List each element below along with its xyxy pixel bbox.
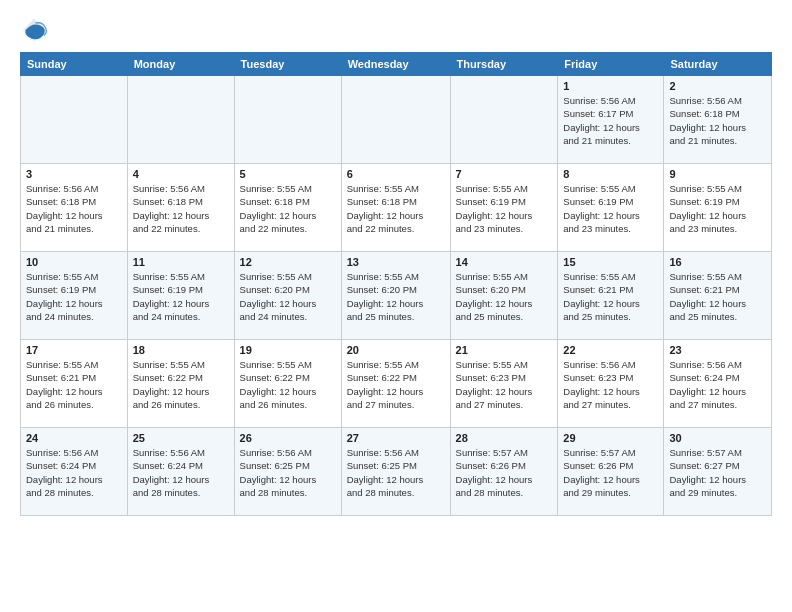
day-number: 14 [456,256,553,268]
day-number: 26 [240,432,336,444]
day-cell [450,76,558,164]
weekday-header-tuesday: Tuesday [234,53,341,76]
day-number: 10 [26,256,122,268]
day-number: 28 [456,432,553,444]
day-cell: 5Sunrise: 5:55 AM Sunset: 6:18 PM Daylig… [234,164,341,252]
day-info: Sunrise: 5:56 AM Sunset: 6:24 PM Dayligh… [133,446,229,499]
day-number: 5 [240,168,336,180]
day-cell: 9Sunrise: 5:55 AM Sunset: 6:19 PM Daylig… [664,164,772,252]
day-cell: 25Sunrise: 5:56 AM Sunset: 6:24 PM Dayli… [127,428,234,516]
day-cell: 17Sunrise: 5:55 AM Sunset: 6:21 PM Dayli… [21,340,128,428]
weekday-header-row: SundayMondayTuesdayWednesdayThursdayFrid… [21,53,772,76]
day-info: Sunrise: 5:55 AM Sunset: 6:20 PM Dayligh… [240,270,336,323]
day-cell: 14Sunrise: 5:55 AM Sunset: 6:20 PM Dayli… [450,252,558,340]
weekday-header-sunday: Sunday [21,53,128,76]
day-number: 3 [26,168,122,180]
day-cell: 21Sunrise: 5:55 AM Sunset: 6:23 PM Dayli… [450,340,558,428]
day-info: Sunrise: 5:55 AM Sunset: 6:19 PM Dayligh… [456,182,553,235]
day-cell: 15Sunrise: 5:55 AM Sunset: 6:21 PM Dayli… [558,252,664,340]
day-info: Sunrise: 5:56 AM Sunset: 6:23 PM Dayligh… [563,358,658,411]
day-info: Sunrise: 5:55 AM Sunset: 6:22 PM Dayligh… [347,358,445,411]
day-number: 11 [133,256,229,268]
day-info: Sunrise: 5:55 AM Sunset: 6:19 PM Dayligh… [669,182,766,235]
day-cell: 7Sunrise: 5:55 AM Sunset: 6:19 PM Daylig… [450,164,558,252]
day-number: 1 [563,80,658,92]
day-cell: 4Sunrise: 5:56 AM Sunset: 6:18 PM Daylig… [127,164,234,252]
weekday-header-friday: Friday [558,53,664,76]
day-cell [234,76,341,164]
day-number: 15 [563,256,658,268]
calendar: SundayMondayTuesdayWednesdayThursdayFrid… [20,52,772,516]
week-row-5: 24Sunrise: 5:56 AM Sunset: 6:24 PM Dayli… [21,428,772,516]
week-row-3: 10Sunrise: 5:55 AM Sunset: 6:19 PM Dayli… [21,252,772,340]
day-info: Sunrise: 5:55 AM Sunset: 6:18 PM Dayligh… [240,182,336,235]
day-number: 4 [133,168,229,180]
day-cell: 1Sunrise: 5:56 AM Sunset: 6:17 PM Daylig… [558,76,664,164]
day-info: Sunrise: 5:55 AM Sunset: 6:19 PM Dayligh… [133,270,229,323]
day-info: Sunrise: 5:57 AM Sunset: 6:26 PM Dayligh… [563,446,658,499]
logo [20,16,52,44]
day-info: Sunrise: 5:55 AM Sunset: 6:20 PM Dayligh… [347,270,445,323]
day-info: Sunrise: 5:57 AM Sunset: 6:27 PM Dayligh… [669,446,766,499]
logo-icon [20,16,48,44]
day-number: 7 [456,168,553,180]
day-number: 21 [456,344,553,356]
day-number: 22 [563,344,658,356]
day-cell: 6Sunrise: 5:55 AM Sunset: 6:18 PM Daylig… [341,164,450,252]
day-info: Sunrise: 5:56 AM Sunset: 6:17 PM Dayligh… [563,94,658,147]
day-info: Sunrise: 5:55 AM Sunset: 6:20 PM Dayligh… [456,270,553,323]
day-info: Sunrise: 5:55 AM Sunset: 6:21 PM Dayligh… [563,270,658,323]
day-info: Sunrise: 5:56 AM Sunset: 6:18 PM Dayligh… [26,182,122,235]
day-number: 23 [669,344,766,356]
page: SundayMondayTuesdayWednesdayThursdayFrid… [0,0,792,612]
weekday-header-monday: Monday [127,53,234,76]
day-cell: 26Sunrise: 5:56 AM Sunset: 6:25 PM Dayli… [234,428,341,516]
day-number: 12 [240,256,336,268]
day-info: Sunrise: 5:56 AM Sunset: 6:24 PM Dayligh… [669,358,766,411]
day-cell: 27Sunrise: 5:56 AM Sunset: 6:25 PM Dayli… [341,428,450,516]
day-cell: 28Sunrise: 5:57 AM Sunset: 6:26 PM Dayli… [450,428,558,516]
day-number: 17 [26,344,122,356]
day-info: Sunrise: 5:56 AM Sunset: 6:25 PM Dayligh… [347,446,445,499]
day-cell: 18Sunrise: 5:55 AM Sunset: 6:22 PM Dayli… [127,340,234,428]
day-number: 29 [563,432,658,444]
day-info: Sunrise: 5:55 AM Sunset: 6:21 PM Dayligh… [669,270,766,323]
day-number: 20 [347,344,445,356]
week-row-4: 17Sunrise: 5:55 AM Sunset: 6:21 PM Dayli… [21,340,772,428]
header [20,16,772,44]
day-cell [21,76,128,164]
weekday-header-saturday: Saturday [664,53,772,76]
day-cell: 30Sunrise: 5:57 AM Sunset: 6:27 PM Dayli… [664,428,772,516]
day-info: Sunrise: 5:55 AM Sunset: 6:18 PM Dayligh… [347,182,445,235]
day-cell: 16Sunrise: 5:55 AM Sunset: 6:21 PM Dayli… [664,252,772,340]
day-info: Sunrise: 5:55 AM Sunset: 6:19 PM Dayligh… [563,182,658,235]
weekday-header-thursday: Thursday [450,53,558,76]
day-info: Sunrise: 5:56 AM Sunset: 6:18 PM Dayligh… [133,182,229,235]
day-cell [127,76,234,164]
day-number: 13 [347,256,445,268]
day-info: Sunrise: 5:57 AM Sunset: 6:26 PM Dayligh… [456,446,553,499]
weekday-header-wednesday: Wednesday [341,53,450,76]
day-number: 18 [133,344,229,356]
week-row-1: 1Sunrise: 5:56 AM Sunset: 6:17 PM Daylig… [21,76,772,164]
day-cell: 3Sunrise: 5:56 AM Sunset: 6:18 PM Daylig… [21,164,128,252]
day-number: 9 [669,168,766,180]
day-number: 19 [240,344,336,356]
day-cell [341,76,450,164]
day-cell: 20Sunrise: 5:55 AM Sunset: 6:22 PM Dayli… [341,340,450,428]
day-info: Sunrise: 5:55 AM Sunset: 6:23 PM Dayligh… [456,358,553,411]
day-cell: 29Sunrise: 5:57 AM Sunset: 6:26 PM Dayli… [558,428,664,516]
day-info: Sunrise: 5:55 AM Sunset: 6:21 PM Dayligh… [26,358,122,411]
day-cell: 12Sunrise: 5:55 AM Sunset: 6:20 PM Dayli… [234,252,341,340]
day-cell: 13Sunrise: 5:55 AM Sunset: 6:20 PM Dayli… [341,252,450,340]
day-info: Sunrise: 5:56 AM Sunset: 6:25 PM Dayligh… [240,446,336,499]
day-number: 6 [347,168,445,180]
day-cell: 23Sunrise: 5:56 AM Sunset: 6:24 PM Dayli… [664,340,772,428]
day-info: Sunrise: 5:55 AM Sunset: 6:22 PM Dayligh… [240,358,336,411]
day-cell: 2Sunrise: 5:56 AM Sunset: 6:18 PM Daylig… [664,76,772,164]
day-number: 8 [563,168,658,180]
day-number: 25 [133,432,229,444]
day-info: Sunrise: 5:55 AM Sunset: 6:22 PM Dayligh… [133,358,229,411]
day-info: Sunrise: 5:55 AM Sunset: 6:19 PM Dayligh… [26,270,122,323]
day-cell: 22Sunrise: 5:56 AM Sunset: 6:23 PM Dayli… [558,340,664,428]
